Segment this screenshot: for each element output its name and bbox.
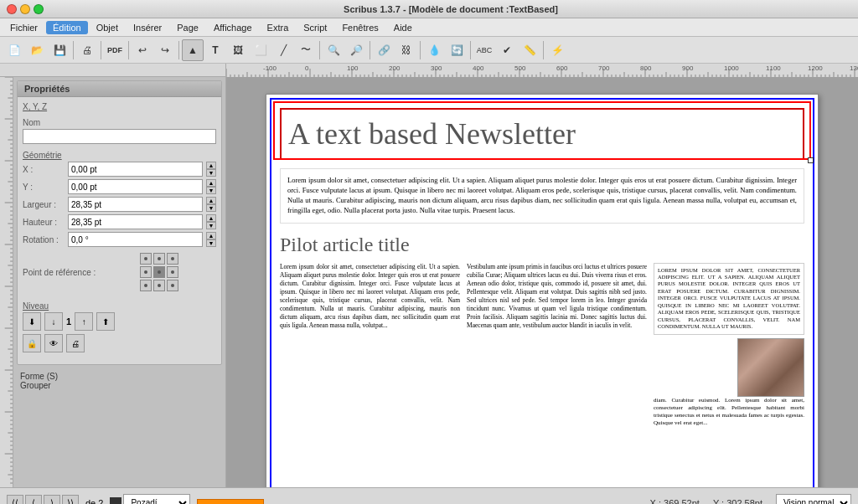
- window-controls[interactable]: [7, 4, 44, 14]
- redo-button[interactable]: ↪: [154, 39, 176, 61]
- unlink-button[interactable]: ⛓: [395, 39, 417, 61]
- largeur-down-btn[interactable]: ▼: [206, 204, 216, 212]
- rotation-up-btn[interactable]: ▲: [206, 232, 216, 239]
- print-button[interactable]: 🖨: [76, 39, 98, 61]
- prev-page-btn[interactable]: ⟨: [25, 495, 42, 505]
- canvas-area[interactable]: A text based Newsletter Lorem ipsum dolo…: [226, 77, 858, 487]
- newsletter-title[interactable]: A text based Newsletter: [280, 108, 804, 160]
- ref-bc[interactable]: [153, 280, 165, 291]
- menu-objet[interactable]: Objet: [90, 21, 125, 34]
- status-bar: ⟨⟨ ⟨ ⟩ ⟩⟩ de 2 Pozadí X : 369.52pt Y : 3…: [0, 487, 858, 504]
- zoom-out-button[interactable]: 🔎: [345, 39, 367, 61]
- niveau-label: Niveau: [23, 301, 216, 311]
- menu-extra[interactable]: Extra: [261, 21, 296, 34]
- status-right: X : 369.52pt Y : 302.58pt Vision normale…: [650, 494, 851, 505]
- hauteur-input[interactable]: [68, 214, 203, 229]
- menu-aide[interactable]: Aide: [387, 21, 419, 34]
- shape-button[interactable]: ⬜: [250, 39, 271, 61]
- next-page-btn[interactable]: ⟩: [44, 495, 60, 505]
- hauteur-spinner[interactable]: ▲ ▼: [206, 214, 216, 229]
- zoom-select[interactable]: Vision normale 50% 75% 100% 150%: [776, 494, 851, 505]
- spell-button[interactable]: ABC: [473, 39, 495, 61]
- niveau-print-btn[interactable]: 🖨: [66, 334, 85, 352]
- right-bottom-text[interactable]: diam. Curabitur euismod. Lorem ipsum dol…: [654, 397, 804, 427]
- menu-page[interactable]: Page: [170, 21, 205, 34]
- last-page-btn[interactable]: ⟩⟩: [62, 495, 79, 505]
- layer-color-btn[interactable]: [110, 497, 121, 505]
- preflight-button[interactable]: ✔: [496, 39, 518, 61]
- niveau-down-btn[interactable]: ↓: [44, 312, 63, 331]
- menu-fenetres[interactable]: Fenêtres: [335, 21, 385, 34]
- menu-affichage[interactable]: Affichage: [207, 21, 259, 34]
- ref-tr[interactable]: [167, 253, 178, 265]
- col-middle[interactable]: Vestibulum ante ipsum primis in faucibus…: [467, 263, 647, 430]
- y-input[interactable]: [68, 179, 203, 194]
- menu-inserer[interactable]: Insérer: [127, 21, 168, 34]
- y-spinner[interactable]: ▲ ▼: [206, 179, 216, 194]
- niveau-bottom-btn[interactable]: ⬇: [23, 312, 41, 331]
- hauteur-label: Hauteur :: [23, 218, 65, 227]
- ref-mr[interactable]: [167, 266, 178, 278]
- x-down-btn[interactable]: ▼: [206, 169, 216, 177]
- hauteur-up-btn[interactable]: ▲: [206, 214, 216, 222]
- line-button[interactable]: ╱: [272, 39, 294, 61]
- eyedropper-button[interactable]: 💧: [423, 39, 445, 61]
- text-button[interactable]: T: [204, 39, 226, 61]
- niveau-lock-btn[interactable]: 🔒: [23, 334, 41, 352]
- new-button[interactable]: 📄: [3, 39, 25, 61]
- main-area: Propriétés X, Y, Z Nom Géométrie X : ▲: [0, 77, 858, 487]
- pilot-title[interactable]: Pilot article title: [280, 234, 804, 256]
- x-input[interactable]: [68, 162, 203, 177]
- rotation-row: Rotation : ▲ ▼: [23, 232, 216, 247]
- x-up-btn[interactable]: ▲: [206, 162, 216, 169]
- menu-fichier[interactable]: Fichier: [3, 21, 44, 34]
- doc-content: A text based Newsletter Lorem ipsum dolo…: [266, 95, 818, 444]
- link-button[interactable]: 🔗: [373, 39, 395, 61]
- save-button[interactable]: 💾: [49, 39, 70, 61]
- window-title: Scribus 1.3.7 - [Modèle de document :Tex…: [50, 4, 851, 14]
- y-up-btn[interactable]: ▲: [206, 179, 216, 187]
- rotation-down-btn[interactable]: ▼: [206, 239, 216, 247]
- col-left[interactable]: Lorem ipsum dolor sit amet, consectetuer…: [280, 263, 460, 430]
- open-button[interactable]: 📂: [26, 39, 48, 61]
- niveau-up-btn[interactable]: ↑: [75, 312, 93, 331]
- first-page-btn[interactable]: ⟨⟨: [7, 495, 23, 505]
- menu-script[interactable]: Script: [297, 21, 333, 34]
- ref-tl[interactable]: [140, 253, 152, 265]
- minimize-button[interactable]: [20, 4, 30, 14]
- ref-mc[interactable]: [153, 266, 165, 278]
- niveau-top-btn[interactable]: ⬆: [96, 312, 115, 331]
- close-button[interactable]: [7, 4, 17, 14]
- pdf-button[interactable]: PDF: [104, 39, 126, 61]
- document-page: A text based Newsletter Lorem ipsum dolo…: [266, 94, 819, 487]
- largeur-spinner[interactable]: ▲ ▼: [206, 197, 216, 212]
- nom-input[interactable]: [23, 129, 216, 144]
- hauteur-row: Hauteur : ▲ ▼: [23, 214, 216, 229]
- ref-tc[interactable]: [153, 253, 165, 265]
- hauteur-down-btn[interactable]: ▼: [206, 222, 216, 229]
- ref-bl[interactable]: [140, 280, 152, 291]
- select-button[interactable]: ▲: [182, 39, 204, 61]
- image-button[interactable]: 🖼: [227, 39, 249, 61]
- largeur-input[interactable]: [68, 197, 203, 212]
- bezier-button[interactable]: 〜: [295, 39, 317, 61]
- rotate-button[interactable]: 🔄: [446, 39, 468, 61]
- ref-ml[interactable]: [140, 266, 152, 278]
- layer-select[interactable]: Pozadí: [123, 494, 190, 505]
- rotation-spinner[interactable]: ▲ ▼: [206, 232, 216, 247]
- extra-button[interactable]: ⚡: [546, 39, 568, 61]
- pointref-row: Point de référence :: [23, 249, 216, 295]
- zoom-in-button[interactable]: 🔍: [323, 39, 344, 61]
- right-top-text[interactable]: Lorem ipsum dolor sit amet, consectetuer…: [654, 263, 804, 335]
- intro-text[interactable]: Lorem ipsum dolor sit amet, consectetuer…: [280, 168, 804, 224]
- largeur-up-btn[interactable]: ▲: [206, 197, 216, 204]
- undo-button[interactable]: ↩: [132, 39, 153, 61]
- maximize-button[interactable]: [34, 4, 44, 14]
- x-spinner[interactable]: ▲ ▼: [206, 162, 216, 177]
- measure-button[interactable]: 📏: [519, 39, 540, 61]
- y-down-btn[interactable]: ▼: [206, 187, 216, 194]
- niveau-vis-btn[interactable]: 👁: [44, 334, 63, 352]
- rotation-input[interactable]: [68, 232, 203, 247]
- menu-edition[interactable]: Édition: [46, 21, 88, 34]
- ref-br[interactable]: [167, 280, 178, 291]
